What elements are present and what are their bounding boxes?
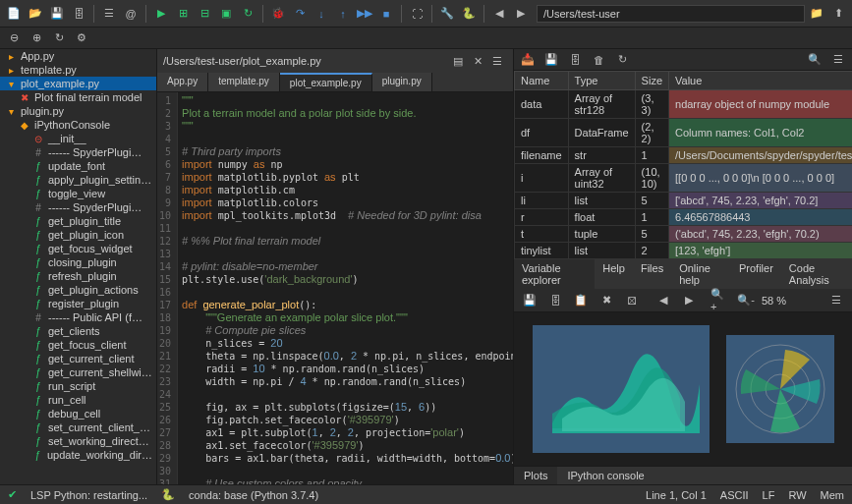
- tree-item[interactable]: ƒget_plugin_icon: [0, 228, 156, 242]
- tree-item[interactable]: ƒget_plugin_actions: [0, 283, 156, 297]
- var-delete-icon[interactable]: 🗑: [589, 50, 608, 70]
- tree-item[interactable]: ƒset_current_client_…: [0, 420, 156, 434]
- save-icon[interactable]: 💾: [47, 4, 67, 24]
- tree-item[interactable]: ▾plot_example.py: [0, 77, 156, 90]
- back-icon[interactable]: ◀: [489, 4, 509, 24]
- tree-item[interactable]: ƒrun_script: [0, 379, 156, 393]
- step-into-icon[interactable]: ↓: [312, 4, 331, 24]
- tree-item[interactable]: ƒget_focus_client: [0, 338, 156, 352]
- right-tab[interactable]: Profiler: [731, 259, 781, 289]
- tree-item[interactable]: ⊝__init__: [0, 132, 156, 145]
- eol[interactable]: LF: [763, 489, 775, 501]
- outline-tree[interactable]: ▸App.py▸template.py▾plot_example.py✖Plot…: [0, 49, 157, 484]
- var-row[interactable]: dfDataFrame(2, 2)Column names: Col1, Col…: [515, 119, 853, 147]
- tree-item[interactable]: ƒset_working_direct…: [0, 434, 156, 448]
- var-header[interactable]: Type: [568, 72, 635, 90]
- variable-table[interactable]: NameTypeSizeValuedataArray of str128(3, …: [514, 71, 852, 259]
- refresh-outline-icon[interactable]: ↻: [49, 28, 69, 48]
- python-path-icon[interactable]: 🐍: [459, 4, 479, 24]
- editor-tab[interactable]: template.py: [208, 73, 280, 91]
- var-header[interactable]: Value: [669, 72, 852, 90]
- new-file-icon[interactable]: 📄: [4, 4, 24, 24]
- tree-item[interactable]: ƒdebug_cell: [0, 407, 156, 420]
- run-cell-advance-icon[interactable]: ⊟: [195, 4, 214, 24]
- encoding[interactable]: ASCII: [720, 489, 749, 501]
- editor-tab[interactable]: App.py: [157, 73, 208, 91]
- var-save-icon[interactable]: 💾: [541, 50, 561, 70]
- run-cell-icon[interactable]: ⊞: [173, 4, 193, 24]
- right-tab[interactable]: Files: [633, 259, 671, 289]
- step-over-icon[interactable]: ↷: [290, 4, 310, 24]
- plot-copy-icon[interactable]: 📋: [571, 291, 591, 310]
- expand-icon[interactable]: ⊕: [27, 28, 46, 48]
- var-refresh-icon[interactable]: ↻: [612, 50, 632, 70]
- wrench-icon[interactable]: 🔧: [437, 4, 457, 24]
- var-row[interactable]: rfloat16.46567886443: [515, 209, 853, 226]
- tree-item[interactable]: ƒrefresh_plugin: [0, 269, 156, 283]
- var-row[interactable]: ttuple5('abcd', 745, 2.23, 'efgh', 70.2): [515, 226, 853, 243]
- tree-item[interactable]: ƒget_plugin_title: [0, 214, 156, 228]
- plot-next-icon[interactable]: ▶: [679, 291, 699, 310]
- plot-save-icon[interactable]: 💾: [520, 291, 540, 310]
- tree-item[interactable]: ƒapply_plugin_settin…: [0, 173, 156, 187]
- editor-tab[interactable]: plot_example.py: [280, 73, 372, 91]
- tree-item[interactable]: ▸template.py: [0, 63, 156, 77]
- plot-opts-icon[interactable]: ☰: [826, 291, 846, 310]
- run-selection-icon[interactable]: ▣: [216, 4, 236, 24]
- tree-item[interactable]: ▾plugin.py: [0, 104, 156, 118]
- var-header[interactable]: Size: [635, 72, 668, 90]
- tree-item[interactable]: ◆iPythonConsole: [0, 118, 156, 132]
- var-row[interactable]: tinylistlist2[123, 'efgh']: [515, 243, 853, 259]
- plot-prev-icon[interactable]: ◀: [653, 291, 673, 310]
- editor-close-icon[interactable]: ✕: [468, 51, 487, 71]
- var-opts-icon[interactable]: ☰: [828, 50, 848, 70]
- collapse-icon[interactable]: ⊖: [4, 28, 24, 48]
- tree-item[interactable]: ƒregister_plugin: [0, 297, 156, 310]
- tree-item[interactable]: ƒclosing_plugin: [0, 255, 156, 269]
- var-saveall-icon[interactable]: 🗄: [565, 50, 585, 70]
- save-all-icon[interactable]: 🗄: [69, 4, 88, 24]
- tree-item[interactable]: ƒget_clients: [0, 324, 156, 338]
- plot-close-icon[interactable]: ✖: [596, 291, 616, 310]
- right-tab[interactable]: Variable explorer: [514, 259, 595, 289]
- plot-closeall-icon[interactable]: ⛝: [622, 291, 642, 310]
- right-tab[interactable]: Online help: [671, 259, 731, 289]
- continue-icon[interactable]: ▶▶: [355, 4, 374, 24]
- var-row[interactable]: filenamestr1/Users/Documents/spyder/spyd…: [515, 147, 853, 164]
- var-import-icon[interactable]: 📥: [518, 50, 538, 70]
- list-icon[interactable]: ☰: [99, 4, 119, 24]
- editor-tab[interactable]: plugin.py: [372, 73, 432, 91]
- split-icon[interactable]: ▤: [448, 51, 468, 71]
- var-header[interactable]: Name: [515, 72, 569, 90]
- forward-icon[interactable]: ▶: [511, 4, 531, 24]
- at-icon[interactable]: @: [121, 4, 141, 24]
- zoom-out-icon[interactable]: 🔍-: [736, 291, 756, 310]
- tree-item[interactable]: ƒtoggle_view: [0, 187, 156, 200]
- right-tab[interactable]: Help: [595, 259, 633, 289]
- env-status[interactable]: conda: base (Python 3.7.4): [189, 489, 318, 501]
- var-row[interactable]: iArray of uint32(10, 10)[[0 0 0 ..., 0 0…: [515, 164, 853, 193]
- var-row[interactable]: dataArray of str128(3, 3)ndarray object …: [515, 90, 853, 119]
- maximize-icon[interactable]: ⛶: [407, 4, 426, 24]
- tree-item[interactable]: #------ SpyderPlugi…: [0, 200, 156, 214]
- tree-item[interactable]: ƒupdate_font: [0, 159, 156, 173]
- tree-item[interactable]: ƒget_current_shellwi…: [0, 365, 156, 379]
- open-folder-icon[interactable]: 📂: [26, 4, 45, 24]
- zoom-in-icon[interactable]: 🔍+: [710, 291, 730, 310]
- lsp-status[interactable]: LSP Python: restarting...: [30, 489, 147, 501]
- run-icon[interactable]: ▶: [151, 4, 171, 24]
- var-search-icon[interactable]: 🔍: [805, 50, 824, 70]
- tree-item[interactable]: ▸App.py: [0, 49, 156, 63]
- tree-item[interactable]: #------ Public API (f…: [0, 310, 156, 324]
- debug-icon[interactable]: 🐞: [268, 4, 288, 24]
- outline-opts-icon[interactable]: ⚙: [72, 28, 91, 48]
- stop-icon[interactable]: ■: [376, 4, 396, 24]
- code-editor[interactable]: """ Plot a terrain model and a polar plo…: [178, 92, 513, 484]
- working-dir-input[interactable]: [537, 5, 805, 23]
- tree-item[interactable]: ƒrun_cell: [0, 393, 156, 407]
- tree-item[interactable]: #------ SpyderPlugi…: [0, 145, 156, 159]
- rerun-icon[interactable]: ↻: [238, 4, 257, 24]
- bottom-tab[interactable]: IPython console: [557, 467, 653, 484]
- plot-area[interactable]: [514, 312, 852, 466]
- right-tab[interactable]: Code Analysis: [781, 259, 852, 289]
